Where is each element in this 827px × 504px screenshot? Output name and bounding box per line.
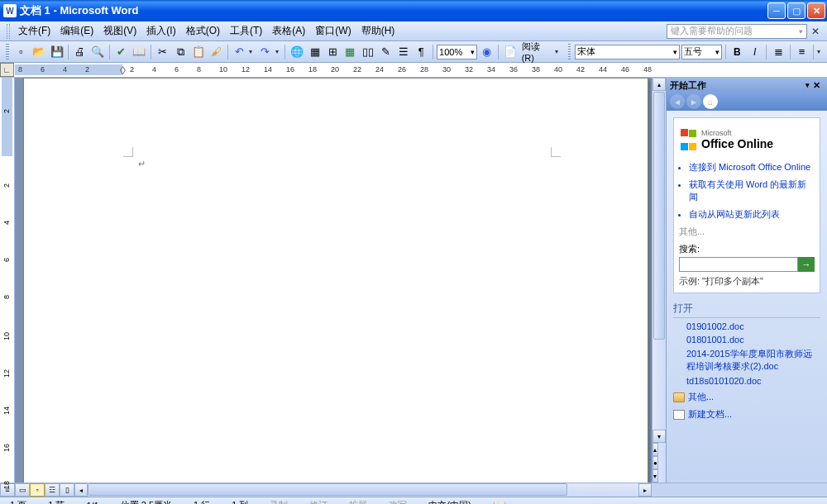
window-maximize-button[interactable]: ▢: [787, 2, 805, 19]
reading-layout-button[interactable]: 📄: [502, 44, 518, 60]
scroll-down-button[interactable]: ▾: [653, 430, 666, 443]
doc-close-button[interactable]: ✕: [807, 23, 824, 40]
scroll-left-button[interactable]: ◂: [74, 483, 88, 497]
copy-button[interactable]: ⧉: [173, 44, 189, 60]
office-online-more[interactable]: 其他...: [679, 226, 815, 238]
document-area[interactable]: ↵: [15, 78, 652, 483]
menu-format[interactable]: 格式(O): [181, 22, 225, 40]
new-document-link[interactable]: 新建文档...: [673, 408, 820, 421]
status-spellcheck-icon[interactable]: 📖: [488, 500, 511, 504]
scroll-right-button[interactable]: ▸: [638, 483, 652, 497]
numbering-button[interactable]: ≡: [794, 44, 810, 60]
office-online-link[interactable]: 连接到 Microsoft Office Online: [689, 161, 815, 174]
redo-dropdown[interactable]: ▾: [275, 48, 282, 55]
open-more-link[interactable]: 其他...: [673, 391, 820, 403]
print-button[interactable]: 🖨: [72, 44, 88, 60]
recent-file-link[interactable]: 2014-2015学年度阜阳市教师远程培训考核要求(2).doc: [686, 348, 820, 373]
next-page-button[interactable]: ▾: [653, 469, 658, 483]
task-pane-close-button[interactable]: ✕: [813, 80, 820, 91]
web-layout-view-button[interactable]: ▭: [15, 483, 30, 497]
prev-page-button[interactable]: ▴: [653, 443, 658, 456]
format-toolbar-options[interactable]: ▾: [817, 48, 824, 55]
new-doc-button[interactable]: ▫: [13, 44, 29, 60]
align-justify-button[interactable]: ≣: [770, 44, 786, 60]
save-button[interactable]: 💾: [49, 44, 65, 60]
italic-button[interactable]: I: [747, 44, 762, 60]
office-online-search-input[interactable]: [679, 257, 798, 272]
zoom-combo[interactable]: 100%▾: [437, 45, 477, 59]
toolbar-options-dd[interactable]: ▾: [555, 48, 562, 55]
task-pane-forward-button[interactable]: ►: [686, 94, 701, 109]
status-overtype[interactable]: 改写: [384, 499, 412, 504]
open-button[interactable]: 📂: [31, 44, 46, 60]
hyperlink-button[interactable]: 🌐: [289, 44, 304, 60]
hscroll-thumb[interactable]: [88, 483, 567, 496]
ruler-h-tick: 4: [152, 65, 156, 74]
recent-file-link[interactable]: 01801001.doc: [686, 335, 820, 345]
vertical-scrollbar[interactable]: ▴ ▾ ▴ ● ▾: [652, 78, 666, 483]
menu-edit[interactable]: 编辑(E): [55, 22, 98, 40]
menu-insert[interactable]: 插入(I): [141, 22, 180, 40]
help-icon-button[interactable]: ◉: [479, 44, 495, 60]
reading-view-button[interactable]: ▯: [60, 483, 74, 497]
reading-layout-label[interactable]: 阅读(R): [520, 40, 553, 63]
bold-button[interactable]: B: [729, 44, 744, 60]
font-size-combo[interactable]: 五号▾: [681, 45, 722, 59]
folder-icon: [673, 392, 685, 402]
insert-table-button[interactable]: ⊞: [324, 44, 340, 60]
tab-selector[interactable]: ∟: [0, 63, 14, 77]
horizontal-ruler[interactable]: ∟ ◊ 864224681012141618202224262830323436…: [0, 63, 827, 78]
status-record[interactable]: 录制: [265, 499, 293, 504]
undo-button[interactable]: ↶: [232, 44, 247, 60]
font-name-combo[interactable]: 宋体▾: [575, 45, 679, 59]
menu-table[interactable]: 表格(A): [267, 22, 310, 40]
spellcheck-button[interactable]: ✔: [113, 44, 129, 60]
task-pane-dropdown[interactable]: ▾: [805, 81, 810, 89]
office-online-search-go-button[interactable]: →: [798, 257, 815, 272]
ruler-h-tick: 8: [197, 65, 201, 74]
status-track-changes[interactable]: 修订: [304, 499, 332, 504]
menu-help[interactable]: 帮助(H): [356, 22, 400, 40]
recent-file-link[interactable]: 01901002.doc: [686, 321, 820, 331]
outline-view-button[interactable]: ☲: [45, 483, 60, 497]
drawing-toolbar-button[interactable]: ✎: [378, 44, 394, 60]
cut-button[interactable]: ✂: [155, 44, 170, 60]
office-online-link[interactable]: 获取有关使用 Word 的最新新闻: [689, 178, 815, 203]
undo-dropdown[interactable]: ▾: [249, 48, 256, 55]
horizontal-scrollbar[interactable]: ◂ ▸: [74, 483, 652, 497]
print-layout-view-button[interactable]: ▫: [30, 483, 45, 497]
first-line-indent-marker[interactable]: ◊: [120, 64, 128, 75]
research-button[interactable]: 📖: [131, 44, 147, 60]
menu-tools[interactable]: 工具(T): [225, 22, 267, 40]
status-extend[interactable]: 扩展: [344, 499, 372, 504]
browse-object-button[interactable]: ●: [653, 456, 658, 469]
help-search-box[interactable]: 键入需要帮助的问题 ▾: [667, 24, 807, 39]
show-hide-button[interactable]: ¶: [414, 44, 429, 60]
recent-file-link[interactable]: td18s0101020.doc: [686, 376, 820, 386]
menu-file[interactable]: 文件(F): [13, 22, 55, 40]
page[interactable]: ↵: [23, 78, 648, 483]
ruler-v-tick: 8: [2, 295, 11, 299]
office-online-link[interactable]: 自动从网站更新此列表: [689, 208, 815, 221]
format-painter-button[interactable]: 🖌: [208, 44, 223, 60]
redo-button[interactable]: ↷: [257, 44, 273, 60]
toolbar-grip[interactable]: [6, 44, 9, 60]
columns-button[interactable]: ▯▯: [360, 44, 375, 60]
status-language[interactable]: 中文(中国): [423, 499, 476, 504]
tables-borders-button[interactable]: ▦: [307, 44, 323, 60]
scroll-up-button[interactable]: ▴: [653, 78, 666, 91]
doc-map-button[interactable]: ☰: [395, 44, 411, 60]
menubar-grip[interactable]: [7, 24, 10, 39]
paste-button[interactable]: 📋: [190, 44, 206, 60]
window-close-button[interactable]: ✕: [807, 2, 825, 19]
menu-view[interactable]: 视图(V): [98, 22, 141, 40]
window-minimize-button[interactable]: ─: [767, 2, 786, 19]
task-pane-back-button[interactable]: ◄: [670, 94, 685, 109]
vertical-ruler[interactable]: 224681012141618: [0, 78, 15, 483]
insert-excel-button[interactable]: ▦: [342, 44, 358, 60]
vscroll-thumb[interactable]: [653, 92, 665, 340]
menu-window[interactable]: 窗口(W): [310, 22, 356, 40]
task-pane-home-button[interactable]: ⌂: [703, 94, 718, 109]
print-preview-button[interactable]: 🔍: [90, 44, 106, 60]
format-toolbar-grip[interactable]: [568, 44, 571, 60]
